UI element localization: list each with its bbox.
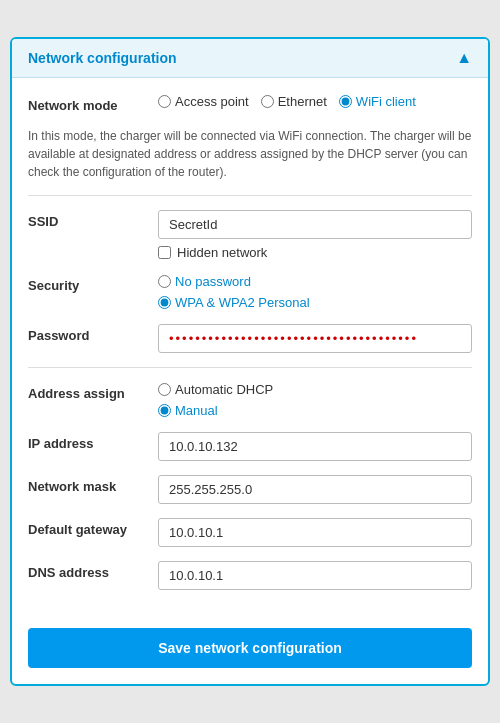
hidden-network-row: Hidden network <box>158 245 472 260</box>
ethernet-label[interactable]: Ethernet <box>278 94 327 109</box>
dns-address-label: DNS address <box>28 561 158 580</box>
default-gateway-label: Default gateway <box>28 518 158 537</box>
password-content <box>158 324 472 353</box>
address-assign-content: Automatic DHCP Manual <box>158 382 472 418</box>
chevron-up-icon[interactable]: ▲ <box>456 49 472 67</box>
network-config-card: Network configuration ▲ Network mode Acc… <box>10 37 490 686</box>
divider-1 <box>28 195 472 196</box>
security-content: No password WPA & WPA2 Personal <box>158 274 472 310</box>
access-point-option[interactable]: Access point <box>158 94 249 109</box>
wpa-radio[interactable] <box>158 296 171 309</box>
wifi-client-label[interactable]: WiFi client <box>356 94 416 109</box>
ip-address-content <box>158 432 472 461</box>
dns-address-content <box>158 561 472 590</box>
ip-address-label: IP address <box>28 432 158 451</box>
security-row: Security No password WPA & WPA2 Personal <box>28 274 472 310</box>
network-mask-label: Network mask <box>28 475 158 494</box>
card-header: Network configuration ▲ <box>12 39 488 78</box>
address-assign-row: Address assign Automatic DHCP Manual <box>28 382 472 418</box>
no-password-option[interactable]: No password <box>158 274 472 289</box>
automatic-dhcp-label[interactable]: Automatic DHCP <box>175 382 273 397</box>
ethernet-option[interactable]: Ethernet <box>261 94 327 109</box>
ip-address-input[interactable] <box>158 432 472 461</box>
manual-radio[interactable] <box>158 404 171 417</box>
manual-option[interactable]: Manual <box>158 403 472 418</box>
ethernet-radio[interactable] <box>261 95 274 108</box>
hidden-network-label[interactable]: Hidden network <box>177 245 267 260</box>
dns-address-input[interactable] <box>158 561 472 590</box>
hidden-network-checkbox[interactable] <box>158 246 171 259</box>
network-mode-label: Network mode <box>28 94 158 113</box>
wifi-info-text: In this mode, the charger will be connec… <box>28 127 472 181</box>
wifi-client-radio[interactable] <box>339 95 352 108</box>
wpa-label[interactable]: WPA & WPA2 Personal <box>175 295 310 310</box>
manual-label[interactable]: Manual <box>175 403 218 418</box>
save-network-config-button[interactable]: Save network configuration <box>28 628 472 668</box>
no-password-radio[interactable] <box>158 275 171 288</box>
ssid-input[interactable] <box>158 210 472 239</box>
ssid-row: SSID Hidden network <box>28 210 472 260</box>
access-point-radio[interactable] <box>158 95 171 108</box>
ip-address-row: IP address <box>28 432 472 461</box>
dns-address-row: DNS address <box>28 561 472 590</box>
ssid-label: SSID <box>28 210 158 229</box>
network-mask-row: Network mask <box>28 475 472 504</box>
security-label: Security <box>28 274 158 293</box>
default-gateway-row: Default gateway <box>28 518 472 547</box>
card-title: Network configuration <box>28 50 177 66</box>
card-body: Network mode Access point Ethernet WiFi … <box>12 78 488 620</box>
network-mode-radio-group: Access point Ethernet WiFi client <box>158 94 472 109</box>
wifi-client-option[interactable]: WiFi client <box>339 94 416 109</box>
network-mode-options: Access point Ethernet WiFi client <box>158 94 472 109</box>
address-assign-radio-group: Automatic DHCP Manual <box>158 382 472 418</box>
password-row: Password <box>28 324 472 353</box>
wpa-option[interactable]: WPA & WPA2 Personal <box>158 295 472 310</box>
security-radio-group: No password WPA & WPA2 Personal <box>158 274 472 310</box>
access-point-label[interactable]: Access point <box>175 94 249 109</box>
automatic-dhcp-radio[interactable] <box>158 383 171 396</box>
network-mask-input[interactable] <box>158 475 472 504</box>
password-label: Password <box>28 324 158 343</box>
address-assign-label: Address assign <box>28 382 158 401</box>
divider-2 <box>28 367 472 368</box>
ssid-content: Hidden network <box>158 210 472 260</box>
automatic-dhcp-option[interactable]: Automatic DHCP <box>158 382 472 397</box>
default-gateway-content <box>158 518 472 547</box>
network-mode-row: Network mode Access point Ethernet WiFi … <box>28 94 472 113</box>
network-mask-content <box>158 475 472 504</box>
password-input[interactable] <box>158 324 472 353</box>
no-password-label[interactable]: No password <box>175 274 251 289</box>
default-gateway-input[interactable] <box>158 518 472 547</box>
